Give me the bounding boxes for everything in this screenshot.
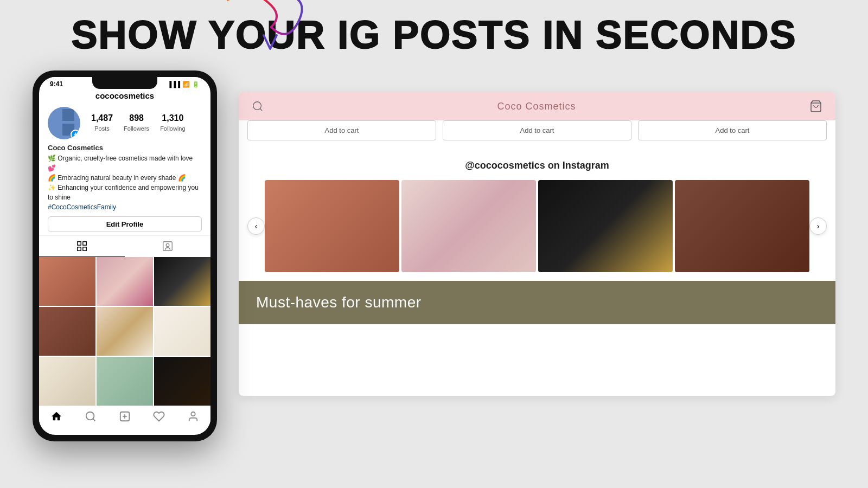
grid-item-6[interactable]	[154, 307, 210, 356]
cart-icon[interactable]	[809, 100, 822, 113]
ig-stat-followers: 898 Followers	[124, 113, 149, 133]
ig-stats-row: + 1,487 Posts 898 Followers	[39, 104, 210, 139]
avatar-add-btn[interactable]: +	[71, 130, 80, 139]
svg-point-11	[192, 412, 195, 415]
phone-screen: 9:41 ▐▐▐ 📶 🔋 cococosmetics	[39, 77, 210, 435]
svg-rect-1	[83, 241, 86, 245]
grid-item-3[interactable]	[154, 257, 210, 306]
shop-footer-title: Must-haves for summer	[256, 294, 818, 311]
svg-rect-4	[163, 241, 173, 251]
ig-bio-line-2: 🌈 Embracing natural beauty in every shad…	[48, 173, 202, 183]
search-icon[interactable]	[252, 100, 264, 112]
phone-bottom-nav	[39, 406, 210, 425]
signal-icon: ▐▐▐	[168, 81, 180, 87]
ig-stat-following: 1,310 Following	[160, 113, 185, 133]
ig-avatar: +	[48, 107, 80, 139]
arrow-decoration	[212, 0, 331, 54]
page-header: SHOW YOUR IG POSTS IN SECONDS	[0, 0, 868, 60]
svg-point-6	[86, 412, 94, 420]
ig-stat-posts: 1,487 Posts	[91, 113, 113, 133]
phone-notch	[92, 77, 157, 89]
carousel-img-4[interactable]	[675, 180, 809, 272]
clock: 9:41	[50, 80, 63, 88]
ig-tabs	[39, 235, 210, 257]
svg-line-7	[93, 419, 95, 421]
ig-bio-line-3: ✨ Enhancing your confidence and empoweri…	[48, 183, 202, 202]
ig-tab-tagged[interactable]	[125, 236, 210, 257]
shop-panel: Coco Cosmetics Add to cart Add to cart A…	[239, 92, 835, 396]
grid-item-9[interactable]	[154, 357, 210, 406]
carousel-prev-btn[interactable]: ‹	[247, 217, 265, 235]
instagram-section: @cococosmetics on Instagram ‹	[239, 149, 835, 281]
main-content: 9:41 ▐▐▐ 📶 🔋 cococosmetics	[0, 60, 868, 441]
ig-stats: 1,487 Posts 898 Followers 1,310 Followin…	[80, 111, 196, 135]
add-to-cart-row: Add to cart Add to cart Add to cart	[239, 120, 835, 149]
grid-item-2[interactable]	[97, 257, 153, 306]
svg-rect-0	[78, 241, 81, 245]
svg-point-5	[166, 243, 169, 247]
carousel-images	[265, 180, 809, 272]
battery-icon: 🔋	[192, 81, 200, 88]
ig-bio: Coco Cosmetics 🌿 Organic, cruelty-free c…	[39, 139, 210, 213]
carousel-img-2[interactable]	[401, 180, 536, 272]
shop-footer-banner: Must-haves for summer	[239, 281, 835, 324]
ig-display-name: Coco Cosmetics	[48, 143, 202, 153]
nav-profile-icon[interactable]	[187, 410, 199, 422]
instagram-section-title: @cococosmetics on Instagram	[247, 160, 827, 171]
phone-frame: 9:41 ▐▐▐ 📶 🔋 cococosmetics	[33, 70, 217, 441]
shop-title: Coco Cosmetics	[497, 101, 576, 112]
grid-item-5[interactable]	[97, 307, 153, 356]
ig-photo-grid	[39, 257, 210, 406]
ig-hashtag: #CocoCosmeticsFamily	[48, 202, 202, 212]
instagram-profile: cococosmetics + 1,487	[39, 89, 210, 406]
ig-tab-grid[interactable]	[39, 236, 125, 257]
grid-item-8[interactable]	[97, 357, 153, 406]
grid-item-4[interactable]	[39, 307, 95, 356]
add-to-cart-btn-3[interactable]: Add to cart	[638, 120, 827, 140]
post-carousel: ‹ ›	[247, 180, 827, 272]
add-to-cart-btn-1[interactable]: Add to cart	[247, 120, 436, 140]
grid-icon	[76, 240, 88, 252]
carousel-img-1[interactable]	[265, 180, 399, 272]
nav-heart-icon[interactable]	[153, 410, 165, 422]
grid-item-7[interactable]	[39, 357, 95, 406]
page-title: SHOW YOUR IG POSTS IN SECONDS	[0, 15, 868, 54]
add-to-cart-btn-2[interactable]: Add to cart	[443, 120, 631, 140]
ig-username: cococosmetics	[39, 89, 210, 104]
ig-bio-line-1: 🌿 Organic, cruelty-free cosmetics made w…	[48, 153, 202, 173]
status-icons: ▐▐▐ 📶 🔋	[168, 81, 200, 88]
grid-item-1[interactable]	[39, 257, 95, 306]
edit-profile-button[interactable]: Edit Profile	[48, 216, 202, 232]
phone-mockup: 9:41 ▐▐▐ 📶 🔋 cococosmetics	[33, 70, 217, 441]
carousel-img-3[interactable]	[538, 180, 673, 272]
svg-rect-2	[78, 247, 81, 250]
nav-search-icon[interactable]	[85, 410, 97, 422]
nav-home-icon[interactable]	[50, 410, 62, 422]
wifi-icon: 📶	[182, 81, 190, 88]
svg-rect-3	[83, 247, 86, 250]
person-icon	[162, 240, 174, 252]
carousel-next-btn[interactable]: ›	[809, 217, 827, 235]
shop-header: Coco Cosmetics	[239, 92, 835, 120]
nav-add-icon[interactable]	[119, 410, 131, 422]
svg-point-12	[253, 102, 261, 110]
svg-line-13	[260, 108, 262, 111]
